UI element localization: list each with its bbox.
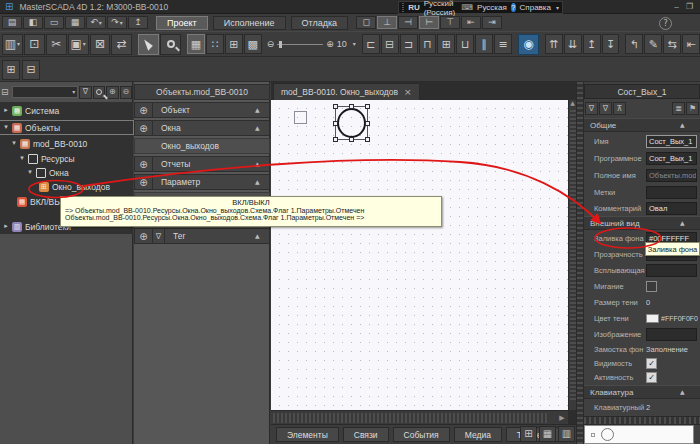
language-code[interactable]: RU [408, 3, 420, 12]
image-field[interactable] [646, 328, 697, 341]
collapse-icon[interactable]: ▲ [255, 107, 269, 113]
prog-name-field[interactable]: Сост_Вых_1 [646, 152, 697, 165]
design-canvas[interactable] [271, 100, 568, 410]
section-general[interactable]: Общие ▲ [584, 118, 700, 132]
help-label[interactable]: Справка [520, 3, 551, 12]
tab-media[interactable]: Медиа [454, 427, 502, 442]
project-cube-button[interactable]: ◧ [23, 16, 43, 29]
keyboard-value[interactable]: 2 [646, 403, 700, 412]
pin-right-button[interactable]: ⇥ [482, 16, 502, 29]
chevron-down-icon[interactable]: ▾ [556, 5, 559, 11]
horizontal-splitter[interactable] [584, 416, 700, 425]
collapse-icon[interactable]: ▲ [680, 122, 694, 128]
add-icon[interactable]: ⊕ [135, 175, 153, 189]
collapse-icon[interactable]: ▲ [255, 233, 269, 239]
language-bar[interactable]: RU Русский (Россия) ⌨ Русская ? Справка … [398, 1, 563, 14]
vertical-splitter[interactable] [576, 82, 584, 444]
preview-button[interactable]: ◉ [518, 34, 539, 55]
copy-button[interactable]: ⊡ [24, 34, 45, 55]
expander-icon[interactable]: ▾ [3, 124, 9, 131]
rotate-button[interactable]: ↰ [625, 34, 643, 54]
blink-checkbox[interactable] [646, 281, 657, 292]
dock-top-button[interactable]: ⊤ [440, 16, 460, 29]
tree-zoom-in-button[interactable]: ⊕ [106, 86, 118, 99]
bring-front-button[interactable]: ⇈ [545, 34, 563, 54]
link-button[interactable]: ⇄ [111, 34, 132, 55]
collapse-icon[interactable]: ▲ [680, 220, 694, 226]
popup-field[interactable] [646, 264, 697, 277]
add-input-button[interactable]: ⊞ [2, 60, 20, 80]
grid-style-button[interactable]: ⊞ [225, 34, 243, 54]
tree-zoom-out-button[interactable]: ⊖ [120, 86, 132, 99]
view-columns-button[interactable]: ▥ [558, 426, 575, 442]
fit-frame-button[interactable]: ◻ [356, 16, 376, 29]
duplicate-button[interactable]: ▣▾ [68, 34, 89, 55]
redo-button[interactable]: ↷▾ [107, 16, 127, 29]
select-cursor-button[interactable] [138, 34, 159, 55]
list-view-button[interactable]: ≣ [672, 102, 685, 115]
collapse-icon[interactable]: ▲ [255, 161, 269, 167]
align-left-button[interactable]: ⊏ [362, 34, 380, 54]
canvas-tab[interactable]: mod_BB-0010. Окно_выходов × [273, 83, 420, 100]
restore-button[interactable]: ❐ [683, 1, 696, 12]
expander-icon[interactable]: ▾ [27, 169, 33, 176]
section-parameter[interactable]: ⊕ Параметр ▲ [134, 174, 270, 190]
chevron-down-icon[interactable]: ▾ [353, 41, 356, 47]
undo-button[interactable]: ↶▾ [86, 16, 106, 29]
name-field[interactable]: Сост_Вых_1 [646, 135, 697, 148]
pin-left-button[interactable]: ⇤ [461, 16, 481, 29]
scroll-up-icon[interactable]: ▲ [570, 100, 575, 106]
distribute-v-button[interactable]: ≡ [494, 34, 512, 54]
item-output-window[interactable]: Окно_выходов [134, 138, 270, 154]
tile-value[interactable]: Заполнение [646, 345, 700, 354]
view-grid-button[interactable]: ⊞ [520, 426, 537, 442]
cut-button[interactable]: ✂ [46, 34, 67, 55]
add-output-button[interactable]: ⊟ [22, 60, 40, 80]
collapse-icon[interactable]: ▲ [680, 389, 694, 395]
collapse-icon[interactable]: ▲ [255, 125, 269, 131]
paste-button[interactable]: ▥▾ [2, 34, 23, 55]
add-icon[interactable]: ⊕ [135, 121, 153, 135]
tree-item-objects[interactable]: ▾ ▦ Объекты [0, 121, 133, 134]
edit-points-button[interactable]: ✎ [644, 34, 662, 54]
help-circle-button[interactable]: ? [659, 17, 672, 30]
shadow-color-value[interactable]: #FFF0F0F0 [661, 315, 700, 322]
align-center-button[interactable]: ⊟ [381, 34, 399, 54]
color-swatch[interactable] [646, 314, 659, 323]
align-bottom-button[interactable]: ⊔ [456, 34, 474, 54]
tree-item-windows[interactable]: ▾ Окна [0, 166, 133, 179]
zoom-slider[interactable] [277, 44, 323, 45]
tab-elements[interactable]: Элементы [276, 427, 339, 442]
zoom-tool-button[interactable] [160, 34, 181, 55]
tree-item-resources[interactable]: ▾ Ресурсы [0, 152, 133, 165]
bring-forward-button[interactable]: ↥ [583, 34, 601, 54]
sort-button[interactable]: ∇ [599, 102, 612, 115]
paste-special-button[interactable]: ⊠ [90, 34, 111, 55]
resize-handle-s[interactable] [349, 137, 354, 142]
tab-events[interactable]: События [393, 427, 450, 442]
grid-size-button[interactable]: ▩ [244, 34, 262, 54]
scroll-right-icon[interactable]: ▶ [556, 412, 568, 424]
tree-item-system[interactable]: ▸ ▦ Система [0, 104, 133, 117]
resize-handle-sw[interactable] [333, 137, 338, 142]
add-icon[interactable]: ⊕ [135, 103, 153, 117]
align-top-button[interactable]: ⊓ [419, 34, 437, 54]
add-icon[interactable]: ⊕ [135, 229, 153, 243]
expander-icon[interactable]: ▾ [19, 155, 25, 162]
dock-right-button[interactable]: ⊢ [419, 16, 439, 29]
keyboard-layout[interactable]: Русская [477, 3, 507, 12]
align-middle-button[interactable]: ⊞ [437, 34, 455, 54]
tab-runtime[interactable]: Исполнение [213, 16, 286, 30]
flag-view-button[interactable]: ⚑ [686, 102, 699, 115]
tab-links[interactable]: Связи [343, 427, 389, 442]
tree-item-mod-bb-0010[interactable]: ▾ ▦ mod_BB-0010 [0, 137, 133, 150]
tab-debug[interactable]: Отладка [291, 16, 349, 30]
section-object[interactable]: ⊕ Объект ▲ [134, 102, 270, 118]
zoom-out-icon[interactable]: ⊖ [267, 40, 275, 49]
tree-search-button[interactable] [93, 86, 105, 99]
ellipse-shape[interactable] [337, 108, 366, 138]
canvas-horizontal-scrollbar[interactable]: ▶ [271, 410, 568, 424]
section-reports[interactable]: ⊕ Отчеты ▲ [134, 156, 270, 172]
close-icon[interactable]: × [404, 88, 412, 97]
filter-funnel-button[interactable]: ∇ [79, 86, 91, 99]
